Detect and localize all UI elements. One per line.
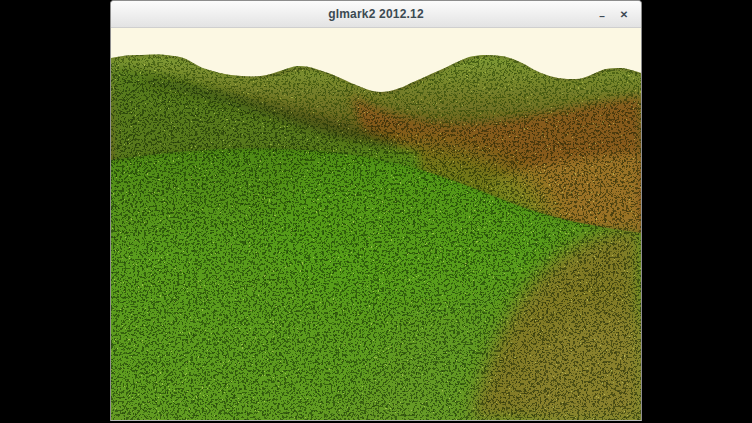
window-titlebar[interactable]: glmark2 2012.12 – ✕ xyxy=(111,1,641,28)
close-button[interactable]: ✕ xyxy=(613,1,635,27)
glmark2-window: glmark2 2012.12 – ✕ xyxy=(110,0,642,421)
desktop-background: { "desktop": { "background_color": "#000… xyxy=(0,0,752,423)
window-controls: – ✕ xyxy=(591,1,635,27)
gl-viewport xyxy=(111,28,641,420)
minimize-icon: – xyxy=(599,11,605,22)
minimize-button[interactable]: – xyxy=(591,0,613,29)
close-icon: ✕ xyxy=(620,9,628,20)
window-title: glmark2 2012.12 xyxy=(328,7,424,21)
terrain-scene xyxy=(111,28,641,420)
